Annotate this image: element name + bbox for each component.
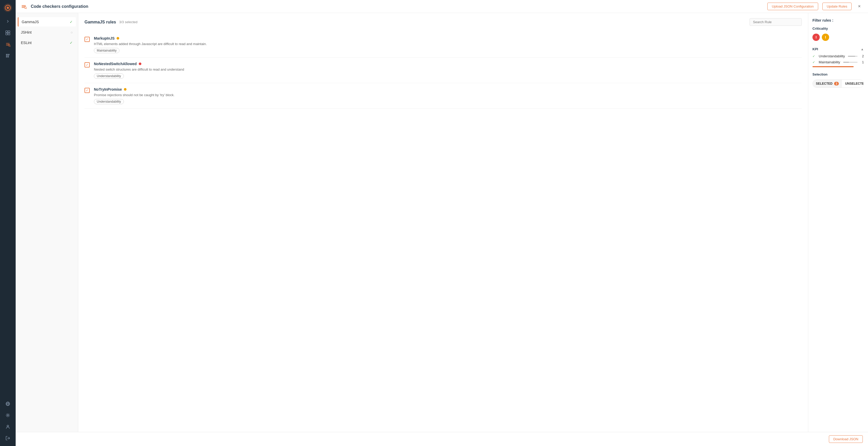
kpi-label-understandability: Understandability xyxy=(819,54,845,58)
filter-panel: Filter rules : Criticality KPI xyxy=(808,13,868,432)
rule-severity-dot-nonested xyxy=(139,63,142,65)
selected-filter-label: SELECTED xyxy=(816,82,833,85)
rule-checkbox-notry[interactable]: ✓ xyxy=(85,88,90,93)
checker-label-jshint: JSHint xyxy=(21,30,32,34)
rule-checkbox-nonested[interactable]: ✓ xyxy=(85,62,90,67)
checker-item-gammajs[interactable]: GammaJS ✓ xyxy=(18,17,76,27)
selection-buttons: SELECTED 3 UNSELECTED 0 xyxy=(812,79,864,88)
svg-point-2 xyxy=(7,7,9,9)
criticality-label: Criticality xyxy=(812,27,864,31)
sidebar-item-dashboard[interactable] xyxy=(3,28,12,37)
sidebar-item-logout[interactable] xyxy=(3,434,12,443)
sidebar-expand-icon[interactable] xyxy=(3,17,12,26)
kpi-collapse-icon[interactable]: ▲ xyxy=(861,47,864,51)
update-rules-button[interactable]: Update Rules xyxy=(823,3,852,10)
kpi-bar-maintainability xyxy=(843,62,858,63)
kpi-section: KPI ▲ ✓ Understandability 2 ✓ Maintainab… xyxy=(812,47,864,67)
svg-point-10 xyxy=(7,415,9,416)
kpi-bar-fill-maintainability xyxy=(843,62,849,63)
rule-name-notry: NoTryInPromise xyxy=(94,87,122,92)
svg-rect-6 xyxy=(8,33,10,35)
selected-filter-button[interactable]: SELECTED 3 xyxy=(813,80,842,88)
rule-item-markupinjs: ✓ MarkupInJS HTML elements added through… xyxy=(85,32,802,58)
kpi-bar-fill-understandability xyxy=(848,56,855,57)
rule-severity-dot-markupinjs xyxy=(117,37,119,40)
sidebar-item-globe[interactable] xyxy=(3,399,12,409)
rule-content-notry: NoTryInPromise Promise rejections should… xyxy=(94,87,802,104)
checker-check-gammajs: ✓ xyxy=(70,20,73,24)
rule-desc-markupinjs: HTML elements added through Javascript a… xyxy=(94,42,802,46)
app-logo[interactable] xyxy=(3,3,12,12)
rule-content-nonested: NoNestedSwitchAllowed Nested switch stru… xyxy=(94,62,802,79)
rule-item-nonested: ✓ NoNestedSwitchAllowed Nested switch st… xyxy=(85,58,802,83)
rule-content-markupinjs: MarkupInJS HTML elements added through J… xyxy=(94,36,802,53)
kpi-check-maintainability: ✓ xyxy=(812,61,817,64)
kpi-label: KPI xyxy=(812,47,818,51)
sidebar-item-settings[interactable] xyxy=(3,411,12,420)
checker-label-eslint: ESLint xyxy=(21,41,32,45)
sidebar-item-checker[interactable] xyxy=(3,40,12,49)
rules-header: GammaJS rules 3/3 selected xyxy=(85,18,802,26)
main-content: Code checkers configuration Upload JSON … xyxy=(16,0,868,446)
checker-check-eslint: ✓ xyxy=(70,41,73,45)
rule-tag-notry: Understandability xyxy=(94,99,124,104)
download-json-button[interactable]: Download JSON xyxy=(829,435,863,443)
checker-item-eslint[interactable]: ESLint ✓ xyxy=(18,38,76,47)
kpi-item-understandability: ✓ Understandability 2 xyxy=(812,54,864,58)
rule-desc-nonested: Nested switch structures are difficult t… xyxy=(94,67,802,71)
upload-json-button[interactable]: Upload JSON Configuration xyxy=(767,3,818,10)
rule-severity-dot-notry xyxy=(124,88,126,91)
criticality-icons xyxy=(812,34,864,41)
rule-check-icon-nonested: ✓ xyxy=(86,63,88,67)
kpi-bar-understandability xyxy=(848,56,858,57)
bottom-bar: Download JSON xyxy=(16,432,868,446)
svg-rect-5 xyxy=(6,33,7,35)
kpi-label-maintainability: Maintainability xyxy=(819,60,840,64)
sidebar xyxy=(0,0,16,446)
selected-count-badge: 3 xyxy=(834,82,839,85)
header: Code checkers configuration Upload JSON … xyxy=(16,0,868,13)
svg-rect-4 xyxy=(8,31,10,33)
sidebar-item-grid[interactable] xyxy=(3,51,12,61)
content-area: GammaJS ✓ JSHint ○ ESLint ✓ GammaJS rule… xyxy=(16,13,868,432)
rule-desc-notry: Promise rejections should not be caught … xyxy=(94,93,802,97)
checker-circle-jshint: ○ xyxy=(71,30,73,34)
svg-point-11 xyxy=(7,425,9,427)
rule-check-icon-markupinjs: ✓ xyxy=(86,37,88,41)
rule-check-icon-notry: ✓ xyxy=(86,89,88,92)
rules-panel: GammaJS rules 3/3 selected ✓ MarkupInJS … xyxy=(78,13,808,432)
rules-count: 3/3 selected xyxy=(119,20,137,24)
criticality-icon-orange[interactable] xyxy=(822,34,829,41)
kpi-item-maintainability: ✓ Maintainability 1 xyxy=(812,60,864,64)
header-icon xyxy=(21,3,27,9)
kpi-scrollbar[interactable] xyxy=(812,66,854,67)
rule-tag-nonested: Understandability xyxy=(94,73,124,79)
rule-item-notry: ✓ NoTryInPromise Promise rejections shou… xyxy=(85,83,802,109)
page-title: Code checkers configuration xyxy=(31,4,763,9)
criticality-icon-red[interactable] xyxy=(812,34,820,41)
sidebar-item-user[interactable] xyxy=(3,422,12,432)
search-rule-input[interactable] xyxy=(750,18,802,26)
rule-name-nonested: NoNestedSwitchAllowed xyxy=(94,62,137,66)
filter-panel-title: Filter rules : xyxy=(812,18,864,23)
checker-label-gammajs: GammaJS xyxy=(22,20,39,24)
selection-label: Selection xyxy=(812,72,864,76)
checker-list-panel: GammaJS ✓ JSHint ○ ESLint ✓ xyxy=(16,13,78,432)
kpi-check-understandability: ✓ xyxy=(812,55,817,58)
rule-tag-markupinjs: Maintainability xyxy=(94,48,120,53)
kpi-count-maintainability: 1 xyxy=(861,61,864,64)
checker-item-jshint[interactable]: JSHint ○ xyxy=(18,28,76,37)
rule-name-markupinjs: MarkupInJS xyxy=(94,36,115,40)
unselected-filter-button[interactable]: UNSELECTED 0 xyxy=(842,80,864,88)
unselected-filter-label: UNSELECTED xyxy=(845,82,864,85)
kpi-count-understandability: 2 xyxy=(861,55,864,58)
close-button[interactable]: × xyxy=(856,3,863,10)
rules-panel-title: GammaJS rules xyxy=(85,20,116,25)
selection-section: Selection SELECTED 3 UNSELECTED 0 xyxy=(812,72,864,88)
svg-rect-3 xyxy=(6,31,7,33)
rule-checkbox-markupinjs[interactable]: ✓ xyxy=(85,37,90,42)
